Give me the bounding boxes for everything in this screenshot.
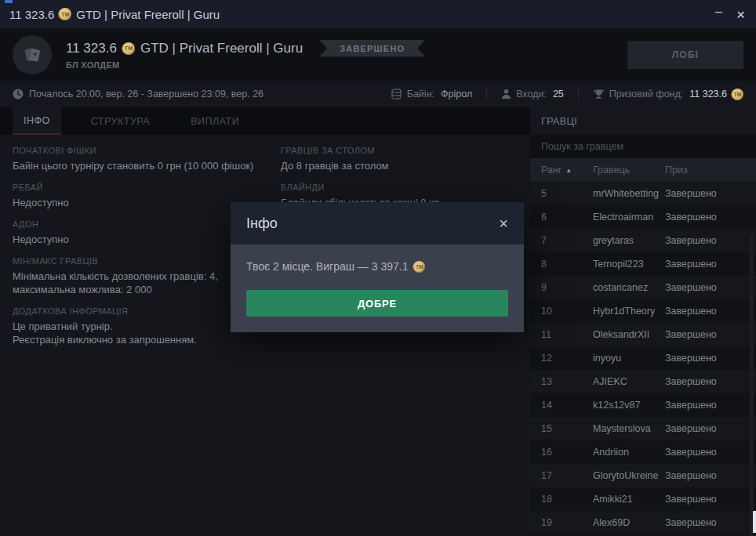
tab-structure[interactable]: СТРУКТУРА xyxy=(80,107,161,135)
player-rank: 18 xyxy=(530,494,593,505)
info-section-label: ПОЧАТКОВІ ФІШКИ xyxy=(13,146,281,155)
player-row[interactable]: 10 Hybr1dTheory Завершено xyxy=(530,299,756,323)
buyin-label: Байін: xyxy=(407,89,434,100)
tab-info[interactable]: ІНФО xyxy=(13,107,61,135)
player-prize: Завершено xyxy=(665,494,756,505)
minimize-button[interactable]: – xyxy=(715,5,722,23)
player-row[interactable]: 6 Electroairman Завершено xyxy=(530,205,756,229)
player-name: Alex69D xyxy=(593,517,665,528)
rank-column-header[interactable]: Ранг ▲ xyxy=(530,165,593,176)
info-section: ПОЧАТКОВІ ФІШКИ Байін цього турніру стан… xyxy=(13,146,281,172)
tournament-titles: 11 323.6 TM GTD | Privat Freeroll | Guru… xyxy=(66,40,425,70)
modal-title: Інфо xyxy=(246,215,278,232)
player-name: Andriion xyxy=(593,447,665,458)
window-title: 11 323.6 TM GTD | Privat Freeroll | Guru xyxy=(9,8,220,21)
player-row[interactable]: 13 AJIEKC Завершено xyxy=(530,370,756,393)
player-row[interactable]: 14 k12s12v87 Завершено xyxy=(530,393,756,417)
player-prize: Завершено xyxy=(665,517,756,528)
player-prize: Завершено xyxy=(665,188,756,199)
tab-payouts[interactable]: ВИПЛАТИ xyxy=(180,107,250,135)
player-rank: 6 xyxy=(530,212,593,223)
window-controls: – × xyxy=(715,5,745,23)
coin-icon: TM xyxy=(122,42,135,55)
tournament-lobby-window: 11 323.6 TM GTD | Privat Freeroll | Guru… xyxy=(0,0,756,536)
player-name: Maysterslova xyxy=(593,423,665,434)
divider xyxy=(486,88,487,100)
player-prize: Завершено xyxy=(665,447,756,458)
info-bar: Почалось 20:00, вер. 26 - Завершено 23:0… xyxy=(0,81,756,107)
modal-body: Твоє 2 місце. Виграш — 3 397.1 TM ДОБРЕ xyxy=(231,244,524,332)
info-section-label: ГРАВЦІВ ЗА СТОЛОМ xyxy=(281,146,518,155)
player-rank: 14 xyxy=(530,400,593,411)
player-row[interactable]: 15 Maysterslova Завершено xyxy=(530,417,756,440)
lobby-button[interactable]: ЛОБІ xyxy=(627,41,743,69)
modal-message: Твоє 2 місце. Виграш — 3 397.1 TM xyxy=(246,260,508,273)
player-row[interactable]: 16 Andriion Завершено xyxy=(530,440,756,464)
players-panel-title: ГРАВЦІ xyxy=(530,107,756,135)
player-prize: Завершено xyxy=(665,212,756,223)
players-table-header: Ранг ▲ Гравець Приз xyxy=(530,158,756,182)
rank-header-label: Ранг xyxy=(541,165,562,176)
clock-icon xyxy=(13,89,24,100)
player-search-input[interactable] xyxy=(530,135,756,158)
window-title-rest: GTD | Privat Freeroll | Guru xyxy=(76,8,220,21)
info-section-label: БЛАЙНДИ xyxy=(281,183,518,192)
buyin-stat: Байін: Фрірол xyxy=(391,89,472,100)
player-row[interactable]: 7 greytaras Завершено xyxy=(530,229,756,252)
player-name: greytaras xyxy=(593,235,665,246)
player-name: costaricanez xyxy=(593,282,665,293)
player-rank: 19 xyxy=(530,517,593,528)
entries-label: Входи: xyxy=(516,89,547,100)
scrollbar-track xyxy=(750,235,754,536)
player-rank: 9 xyxy=(530,282,593,293)
trophy-icon xyxy=(593,89,605,100)
player-row[interactable]: 5 mrWhitebetting Завершено xyxy=(530,182,756,205)
chips-icon xyxy=(391,89,402,100)
window-accent xyxy=(5,0,13,3)
player-rank: 15 xyxy=(530,423,593,434)
sort-ascending-icon: ▲ xyxy=(565,167,572,174)
player-row[interactable]: 11 OleksandrXII Завершено xyxy=(530,323,756,346)
info-section: ГРАВЦІВ ЗА СТОЛОМ До 8 гравців за столом xyxy=(281,146,518,172)
player-rank: 5 xyxy=(530,188,593,199)
close-button[interactable]: × xyxy=(736,7,745,22)
players-table-body: 5 mrWhitebetting Завершено 6 Electroairm… xyxy=(530,182,756,534)
player-row[interactable]: 19 Alex69D Завершено xyxy=(530,511,756,534)
player-prize: Завершено xyxy=(665,259,756,270)
player-rank: 10 xyxy=(530,306,593,317)
window-title-prize: 11 323.6 xyxy=(9,8,54,21)
modal-close-icon[interactable]: × xyxy=(499,215,508,231)
cards-icon xyxy=(21,44,43,66)
player-name: Amikki21 xyxy=(593,494,665,505)
player-row[interactable]: 17 GlorytoUkreine Завершено xyxy=(530,464,756,487)
ok-button[interactable]: ДОБРЕ xyxy=(246,290,508,317)
scrollbar-thumb[interactable] xyxy=(753,511,756,533)
player-name: k12s12v87 xyxy=(593,400,665,411)
coin-icon: TM xyxy=(413,261,425,273)
prize-fund-value: 11 323.6 xyxy=(689,89,727,100)
player-rank: 8 xyxy=(530,259,593,270)
players-panel: ГРАВЦІ Ранг ▲ Гравець Приз 5 mrWhitebett… xyxy=(530,107,756,536)
info-section-line: Реєстрація виключно за запрошенням. xyxy=(13,333,281,346)
player-name: mrWhitebetting xyxy=(593,188,665,199)
player-column-header[interactable]: Гравець xyxy=(593,165,665,176)
schedule-text: Почалось 20:00, вер. 26 - Завершено 23:0… xyxy=(29,89,264,100)
player-prize: Завершено xyxy=(665,329,756,340)
entries-stat: Входи: 25 xyxy=(501,89,564,100)
entries-value: 25 xyxy=(553,89,564,100)
player-rank: 17 xyxy=(530,470,593,481)
player-rank: 7 xyxy=(530,235,593,246)
player-prize: Завершено xyxy=(665,376,756,387)
player-row[interactable]: 18 Amikki21 Завершено xyxy=(530,487,756,511)
player-row[interactable]: 8 Ternopil223 Завершено xyxy=(530,252,756,276)
coin-icon: TM xyxy=(59,8,71,20)
divider xyxy=(578,88,579,100)
prize-fund-stat: Призовий фонд: 11 323.6 TM xyxy=(593,89,743,100)
player-row[interactable]: 9 costaricanez Завершено xyxy=(530,276,756,299)
player-name: Ternopil223 xyxy=(593,259,665,270)
prize-column-header[interactable]: Приз xyxy=(665,165,756,176)
tournament-stats: Байін: Фрірол Входи: 25 xyxy=(391,88,743,100)
schedule: Почалось 20:00, вер. 26 - Завершено 23:0… xyxy=(13,89,264,100)
info-section-label: РЕБАЙ xyxy=(13,183,281,192)
player-row[interactable]: 12 inyoyu Завершено xyxy=(530,346,756,370)
